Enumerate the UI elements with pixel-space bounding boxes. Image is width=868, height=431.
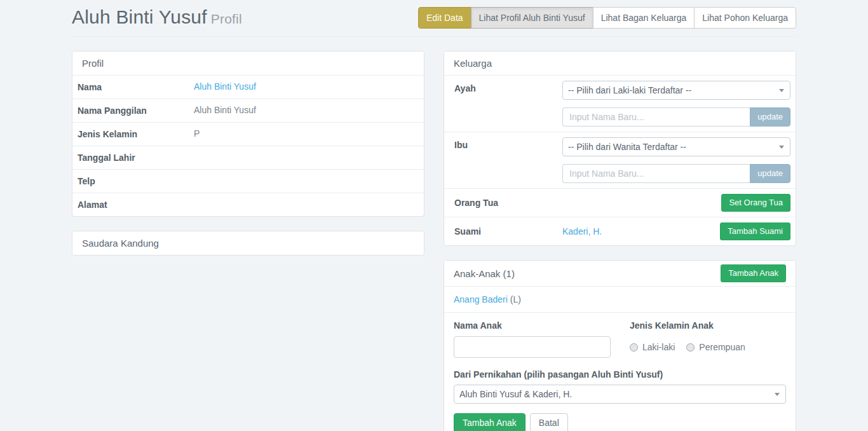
table-row: Nama Panggilan Aluh Binti Yusuf bbox=[72, 99, 424, 122]
tambah-anak-submit-button[interactable]: Tambah Anak bbox=[454, 413, 526, 431]
profil-panel-title: Profil bbox=[72, 51, 424, 75]
nama-link[interactable]: Aluh Binti Yusuf bbox=[194, 81, 256, 92]
ayah-row: Ayah -- Pilih dari Laki-laki Terdaftar -… bbox=[444, 75, 796, 132]
table-row: Jenis Kelamin P bbox=[72, 122, 424, 146]
table-row: Alamat bbox=[72, 193, 424, 216]
row-value: P bbox=[194, 128, 419, 140]
suami-row: Suami Kaderi, H. Tambah Suami bbox=[444, 217, 796, 245]
row-label: Nama bbox=[78, 81, 194, 92]
row-label: Ayah bbox=[449, 81, 562, 93]
child-gender: (L) bbox=[510, 294, 521, 304]
keluarga-panel-title: Keluarga bbox=[444, 51, 796, 75]
anak-anak-panel-title: Anak-Anak (1) bbox=[454, 268, 515, 279]
row-label: Telp bbox=[78, 175, 194, 186]
ibu-nama-baru-input[interactable] bbox=[562, 164, 750, 183]
edit-data-button[interactable]: Edit Data bbox=[418, 7, 471, 29]
batal-button[interactable]: Batal bbox=[530, 413, 568, 431]
row-label: Jenis Kelamin bbox=[78, 128, 194, 139]
anak-anak-panel-header: Anak-Anak (1) Tambah Anak bbox=[444, 261, 796, 286]
header-button-group: Edit Data Lihat Profil Aluh Binti Yusuf … bbox=[418, 7, 796, 29]
orang-tua-row: Orang Tua Set Orang Tua bbox=[444, 188, 796, 217]
set-orang-tua-button[interactable]: Set Orang Tua bbox=[721, 194, 790, 212]
add-child-form: Nama Anak Jenis Kelamin Anak Laki-laki bbox=[444, 312, 796, 431]
right-column: Keluarga Ayah -- Pilih dari Laki-laki Te… bbox=[444, 51, 796, 431]
page-subtitle: Profil bbox=[211, 11, 242, 26]
child-list-item: Anang Baderi (L) bbox=[444, 286, 796, 312]
ibu-select[interactable]: -- Pilih dari Wanita Terdaftar -- bbox=[562, 137, 790, 156]
ibu-update-button[interactable]: update bbox=[750, 164, 790, 183]
tambah-anak-header-button[interactable]: Tambah Anak bbox=[721, 264, 786, 282]
tambah-suami-button[interactable]: Tambah Suami bbox=[720, 222, 790, 240]
radio-perempuan[interactable]: Perempuan bbox=[686, 342, 745, 352]
saudara-kandung-panel: Saudara Kandung bbox=[72, 231, 424, 256]
row-value bbox=[194, 152, 419, 163]
page-title: Aluh Binti YusufProfil bbox=[72, 6, 242, 28]
row-label: Tanggal Lahir bbox=[78, 152, 194, 163]
page-header: Aluh Binti YusufProfil Edit Data Lihat P… bbox=[72, 0, 796, 37]
table-row: Nama Aluh Binti Yusuf bbox=[72, 75, 424, 99]
suami-link[interactable]: Kaderi, H. bbox=[562, 226, 602, 236]
child-link[interactable]: Anang Baderi bbox=[454, 294, 508, 304]
anak-anak-panel: Anak-Anak (1) Tambah Anak Anang Baderi (… bbox=[444, 260, 796, 431]
page-container: Aluh Binti YusufProfil Edit Data Lihat P… bbox=[72, 0, 796, 431]
row-value: Aluh Binti Yusuf bbox=[194, 105, 419, 116]
ayah-select[interactable]: -- Pilih dari Laki-laki Terdaftar -- bbox=[562, 81, 790, 100]
dari-pernikahan-label: Dari Pernikahan (pilih pasangan Aluh Bin… bbox=[454, 369, 786, 380]
lihat-profil-button[interactable]: Lihat Profil Aluh Binti Yusuf bbox=[471, 7, 593, 29]
ayah-update-button[interactable]: update bbox=[750, 107, 790, 127]
row-label: Ibu bbox=[449, 137, 562, 150]
row-value bbox=[194, 175, 419, 187]
ayah-nama-baru-input[interactable] bbox=[562, 107, 750, 127]
lihat-pohon-keluarga-button[interactable]: Lihat Pohon Keluarga bbox=[694, 7, 796, 29]
table-row: Telp bbox=[72, 169, 424, 193]
nama-anak-label: Nama Anak bbox=[454, 320, 620, 331]
row-value bbox=[194, 199, 419, 210]
keluarga-panel: Keluarga Ayah -- Pilih dari Laki-laki Te… bbox=[444, 51, 796, 246]
row-label: Nama Panggilan bbox=[78, 105, 194, 116]
jenis-kelamin-anak-label: Jenis Kelamin Anak bbox=[630, 320, 786, 331]
person-name: Aluh Binti Yusuf bbox=[72, 6, 207, 27]
saudara-kandung-panel-title: Saudara Kandung bbox=[72, 231, 424, 255]
left-column: Profil Nama Aluh Binti Yusuf Nama Panggi… bbox=[72, 51, 424, 431]
radio-icon[interactable] bbox=[686, 343, 695, 352]
row-label: Suami bbox=[449, 226, 562, 236]
ibu-row: Ibu -- Pilih dari Wanita Terdaftar -- up… bbox=[444, 132, 796, 188]
lihat-bagan-keluarga-button[interactable]: Lihat Bagan Keluarga bbox=[593, 7, 695, 29]
table-row: Tanggal Lahir bbox=[72, 146, 424, 169]
radio-icon[interactable] bbox=[630, 343, 638, 352]
nama-anak-input[interactable] bbox=[454, 336, 611, 358]
profil-panel: Profil Nama Aluh Binti Yusuf Nama Panggi… bbox=[72, 51, 424, 217]
radio-laki-laki[interactable]: Laki-laki bbox=[630, 342, 675, 352]
dari-pernikahan-select[interactable]: Aluh Binti Yusuf & Kaderi, H. bbox=[454, 385, 786, 404]
row-label: Alamat bbox=[78, 199, 194, 210]
row-label: Orang Tua bbox=[449, 198, 562, 208]
